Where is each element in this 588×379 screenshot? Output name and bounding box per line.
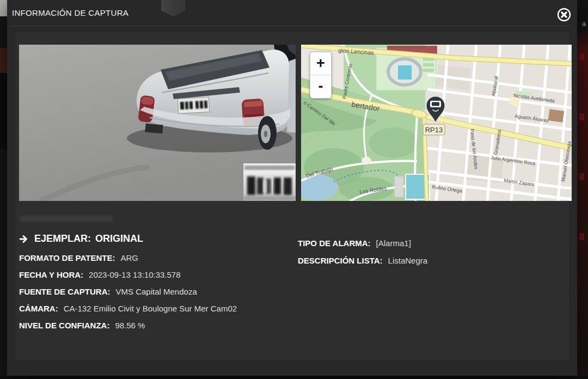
location-map[interactable]: gton Lencinas Padre Contreras bertador o… <box>301 45 572 201</box>
field-label: DESCRIPCIÓN LISTA: <box>298 256 383 265</box>
field-nivel-confianza: NIVEL DE CONFIANZA:98.56 % <box>19 321 145 330</box>
zoom-in-button[interactable]: + <box>310 52 331 75</box>
capture-info-modal: INFORMACIÓN DE CAPTURA <box>7 0 577 376</box>
background-text-fragment: a <box>582 20 586 28</box>
field-fecha-hora: FECHA Y HORA:2023-09-13 13:10:33.578 <box>19 270 181 279</box>
background-list-tick <box>579 113 584 120</box>
ejemplar-value: ORIGINAL <box>95 233 143 244</box>
capture-photo <box>19 45 296 201</box>
ejemplar-row: EJEMPLAR: ORIGINAL <box>19 233 143 244</box>
background-right-fragment: a <box>577 0 588 379</box>
field-value: 98.56 % <box>115 321 145 330</box>
field-formato-patente: FORMATO DE PATENTE:ARG <box>19 253 138 262</box>
field-descripcion-lista: DESCRIPCIÓN LISTA:ListaNegra <box>298 256 427 265</box>
field-value: ListaNegra <box>388 256 428 265</box>
ejemplar-label: EJEMPLAR: <box>34 233 91 244</box>
field-label: TIPO DE ALARMA: <box>298 239 371 248</box>
field-label: NIVEL DE CONFIANZA: <box>19 321 109 330</box>
field-fuente-captura: FUENTE DE CAPTURA:VMS Capital Mendoza <box>19 287 197 296</box>
route-shield-label: RP13 <box>425 126 443 134</box>
field-value: [Alarma1] <box>376 239 411 248</box>
background-list-tick <box>579 233 584 240</box>
background-scrollbar-fragment <box>0 0 7 16</box>
zoom-out-button[interactable]: - <box>310 75 331 97</box>
arrow-right-icon <box>19 234 29 244</box>
background-bottom-fragment <box>0 376 588 379</box>
background-list-tick <box>579 173 584 180</box>
background-dark-fragment <box>0 73 7 149</box>
field-tipo-alarma: TIPO DE ALARMA:[Alarma1] <box>298 239 411 248</box>
field-value: VMS Capital Mendoza <box>116 287 197 296</box>
ghost-text <box>20 216 113 222</box>
vehicle-photo-image <box>19 45 296 201</box>
background-red-fragment <box>0 48 7 73</box>
close-button[interactable] <box>556 7 572 22</box>
field-value: 2023-09-13 13:10:33.578 <box>89 270 180 279</box>
field-value: CA-132 Emilio Civit y Boulogne Sur Mer C… <box>64 304 237 313</box>
route-shield-rp13: RP13 <box>423 124 445 135</box>
field-camara: CÁMARA:CA-132 Emilio Civit y Boulogne Su… <box>19 304 237 313</box>
field-label: CÁMARA: <box>19 304 58 313</box>
background-left-fragment <box>0 0 7 379</box>
field-label: FORMATO DE PATENTE: <box>19 253 115 262</box>
license-plate <box>177 97 209 114</box>
field-label: FECHA Y HORA: <box>19 270 83 279</box>
header-divider <box>11 26 571 26</box>
plate-crop-thumbnail <box>243 163 296 201</box>
field-label: FUENTE DE CAPTURA: <box>19 287 111 296</box>
background-list-tick <box>579 53 584 60</box>
map-zoom-control: + - <box>310 52 332 99</box>
field-value: ARG <box>120 253 138 262</box>
modal-title: INFORMACIÓN DE CAPTURA <box>12 8 128 17</box>
close-icon <box>556 7 572 22</box>
